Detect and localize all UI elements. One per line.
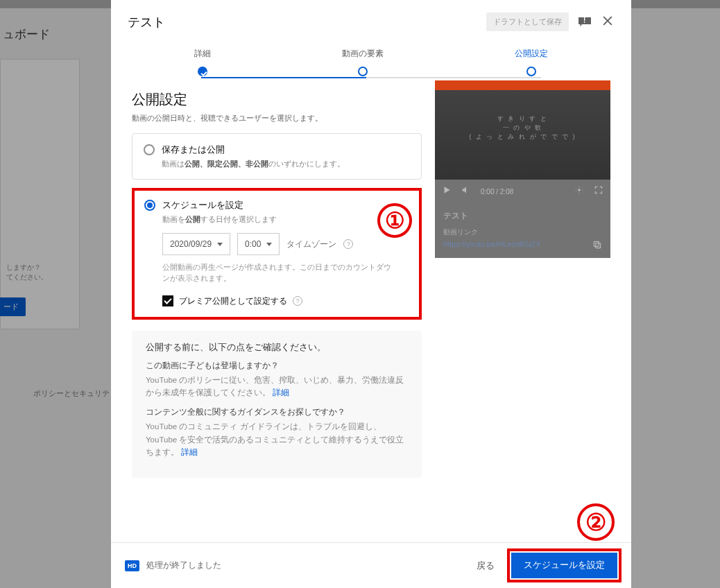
save-draft-button[interactable]: ドラフトとして保存: [486, 12, 569, 31]
left-column: 保存または公開 動画は公開、限定公開、非公開のいずれかにします。 スケジュールを…: [132, 133, 422, 478]
upload-dialog: テスト ドラフトとして保存 詳細 動画の要素 公開設定 公開設定 動画の公開日時…: [111, 0, 631, 588]
date-dropdown[interactable]: 2020/09/29: [162, 233, 230, 255]
annotation-box-1: スケジュールを設定 動画を公開する日付を選択します 2020/09/29 0:0…: [132, 188, 422, 320]
timezone-label: タイムゾーン: [286, 239, 336, 250]
video-accent-bar: [435, 80, 610, 90]
step-elements[interactable]: 動画の要素: [342, 48, 384, 76]
stepper-line-done: [201, 77, 366, 78]
chevron-down-icon: [217, 243, 223, 246]
volume-icon[interactable]: [461, 185, 471, 198]
info-link[interactable]: 詳細: [181, 448, 198, 456]
help-icon[interactable]: ?: [343, 239, 353, 249]
info-link[interactable]: 詳細: [273, 388, 289, 397]
submit-wrapper: スケジュールを設定: [511, 553, 617, 578]
back-button[interactable]: 戻る: [467, 554, 504, 578]
step-label: 詳細: [194, 48, 211, 60]
thumb-text: す き り す と 一 の や 歌 ( よ っ と み れ が で で で ): [470, 114, 576, 141]
info-question-2: コンテンツ全般に関するガイダンスをお探しですか？: [146, 407, 408, 417]
video-link[interactable]: https://youtu.be/HLeizt6GjZY: [443, 240, 602, 248]
option-title: スケジュールを設定: [162, 199, 243, 211]
time-dropdown[interactable]: 0:00: [237, 233, 280, 255]
help-icon[interactable]: ?: [293, 296, 302, 306]
close-icon[interactable]: [601, 14, 615, 31]
option-subtitle: 動画は公開、限定公開、非公開のいずれかにします。: [162, 159, 410, 169]
video-link-label: 動画リンク: [443, 227, 602, 237]
video-controls: 0:00 / 2:08: [435, 180, 610, 203]
svg-rect-1: [596, 243, 601, 248]
check-icon: [198, 67, 207, 76]
checkbox-checked-icon[interactable]: [162, 295, 173, 306]
annotation-circle-1: ①: [377, 203, 412, 238]
step-circle: [526, 67, 536, 76]
dialog-body: 公開設定 動画の公開日時と、視聴できるユーザーを選択します。 保存または公開 動…: [111, 80, 631, 542]
step-details[interactable]: 詳細: [194, 48, 211, 76]
option-save-or-publish[interactable]: 保存または公開 動画は公開、限定公開、非公開のいずれかにします。: [132, 133, 422, 180]
time-value: 0:00: [245, 239, 261, 249]
video-thumbnail[interactable]: す き り す と 一 の や 歌 ( よ っ と み れ が で で で ): [435, 80, 610, 180]
info-question-1: この動画に子どもは登場しますか？: [146, 361, 408, 371]
premiere-checkbox-row[interactable]: プレミア公開として設定する ?: [162, 295, 409, 307]
info-paragraph-2: YouTube のコミュニティ ガイドラインは、トラブルを回避し、YouTube…: [146, 420, 408, 458]
video-title: テスト: [443, 210, 602, 222]
feedback-icon[interactable]: [578, 17, 591, 27]
video-preview-panel: す き り す と 一 の や 歌 ( よ っ と み れ が で で で ) …: [435, 80, 610, 258]
dialog-footer: HD 処理が終了しました 戻る スケジュールを設定: [111, 542, 631, 588]
play-icon[interactable]: [442, 185, 452, 198]
date-value: 2020/09/29: [170, 239, 212, 249]
info-paragraph-1: YouTube のポリシーに従い、危害、搾取、いじめ、暴力、労働法違反から未成年…: [146, 374, 408, 399]
settings-gear-icon[interactable]: [574, 185, 584, 198]
schedule-submit-button[interactable]: スケジュールを設定: [511, 553, 617, 578]
step-label: 動画の要素: [342, 48, 384, 60]
info-card: 公開する前に、以下の点をご確認ください。 この動画に子どもは登場しますか？ Yo…: [132, 331, 422, 478]
copy-icon[interactable]: [592, 240, 602, 250]
schedule-note: 公開動画の再生ページが作成されます。この日までのカウントダウンが表示されます。: [162, 262, 398, 284]
svg-rect-2: [594, 241, 599, 246]
hd-badge: HD: [125, 560, 139, 571]
step-circle: [358, 67, 368, 76]
processing-status: 処理が終了しました: [146, 560, 460, 571]
premiere-label: プレミア公開として設定する: [179, 295, 287, 307]
video-time: 0:00 / 2:08: [481, 188, 565, 196]
radio-off-icon[interactable]: [144, 144, 155, 155]
annotation-circle-2: ②: [577, 503, 615, 541]
radio-on-icon[interactable]: [144, 200, 155, 211]
svg-point-0: [578, 189, 581, 191]
dialog-header: テスト ドラフトとして保存: [111, 0, 631, 38]
step-label: 公開設定: [515, 48, 548, 60]
option-subtitle: 動画を公開する日付を選択します: [162, 214, 409, 225]
option-title: 保存または公開: [162, 144, 225, 156]
dialog-title: テスト: [128, 14, 486, 31]
date-time-row: 2020/09/29 0:00 タイムゾーン ?: [162, 233, 409, 255]
fullscreen-icon[interactable]: [594, 185, 603, 198]
step-visibility[interactable]: 公開設定: [515, 48, 548, 76]
info-heading: 公開する前に、以下の点をご確認ください。: [146, 342, 408, 354]
chevron-down-icon: [266, 243, 272, 246]
stepper: 詳細 動画の要素 公開設定: [111, 38, 631, 80]
video-info: テスト 動画リンク https://youtu.be/HLeizt6GjZY: [435, 203, 610, 258]
